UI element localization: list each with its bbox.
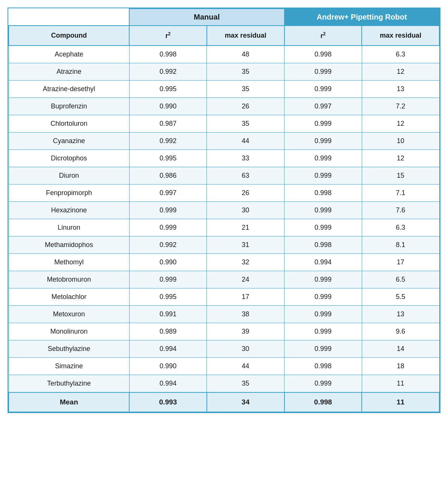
cell-maxres-robot: 11	[362, 375, 439, 393]
maxres-robot-subheader: max residual	[362, 26, 439, 46]
cell-maxres-manual: 26	[207, 185, 284, 202]
table-row: Linuron0.999210.9996.3	[9, 219, 439, 236]
cell-maxres-robot: 12	[362, 115, 439, 133]
cell-compound: Buprofenzin	[9, 98, 129, 115]
cell-maxres-robot: 15	[362, 167, 439, 185]
table-row: Sebuthylazine0.994300.99914	[9, 340, 439, 358]
cell-maxres-manual: 30	[207, 202, 284, 219]
cell-compound: Hexazinone	[9, 202, 129, 219]
cell-r2-manual: 0.999	[129, 202, 207, 219]
cell-r2-robot: 0.999	[284, 375, 362, 393]
cell-r2-robot: 0.999	[284, 306, 362, 323]
cell-maxres-manual: 35	[207, 115, 284, 133]
cell-maxres-robot: 10	[362, 133, 439, 150]
cell-maxres-robot: 13	[362, 306, 439, 323]
group-header-row: Manual Andrew+ Pipetting Robot	[9, 9, 439, 26]
cell-maxres-manual: 35	[207, 375, 284, 393]
cell-maxres-manual: 44	[207, 133, 284, 150]
cell-maxres-robot: 7.2	[362, 98, 439, 115]
cell-maxres-robot: 5.5	[362, 288, 439, 306]
cell-maxres-robot: 6.5	[362, 271, 439, 288]
cell-compound: Cyanazine	[9, 133, 129, 150]
cell-r2-manual: 0.992	[129, 236, 207, 254]
maxres-manual-subheader: max residual	[207, 26, 284, 46]
cell-maxres-manual: 31	[207, 236, 284, 254]
cell-r2-robot: 0.999	[284, 288, 362, 306]
cell-compound: Terbuthylazine	[9, 375, 129, 393]
cell-maxres-robot: 13	[362, 81, 439, 98]
cell-r2-robot: 0.994	[284, 254, 362, 271]
cell-r2-robot: 0.999	[284, 167, 362, 185]
cell-compound: Fenpropimorph	[9, 185, 129, 202]
cell-compound: Metoxuron	[9, 306, 129, 323]
cell-r2-robot: 0.999	[284, 271, 362, 288]
cell-maxres-robot: 6.3	[362, 219, 439, 236]
manual-group-header: Manual	[129, 9, 284, 26]
cell-maxres-robot: 18	[362, 358, 439, 375]
table-row: Simazine0.990440.99818	[9, 358, 439, 375]
cell-maxres-manual: 38	[207, 306, 284, 323]
cell-r2-robot: 0.999	[284, 202, 362, 219]
cell-maxres-manual: 35	[207, 81, 284, 98]
mean-r2-manual: 0.993	[129, 392, 207, 412]
mean-row: Mean0.993340.99811	[9, 392, 439, 412]
cell-compound: Atrazine	[9, 63, 129, 81]
cell-compound: Metobromuron	[9, 271, 129, 288]
table-row: Methamidophos0.992310.9988.1	[9, 236, 439, 254]
cell-maxres-robot: 17	[362, 254, 439, 271]
cell-maxres-robot: 7.6	[362, 202, 439, 219]
cell-maxres-robot: 14	[362, 340, 439, 358]
cell-r2-manual: 0.999	[129, 271, 207, 288]
cell-r2-robot: 0.998	[284, 236, 362, 254]
cell-r2-robot: 0.999	[284, 340, 362, 358]
cell-compound: Diuron	[9, 167, 129, 185]
table-row: Atrazine0.992350.99912	[9, 63, 439, 81]
cell-r2-manual: 0.999	[129, 219, 207, 236]
cell-maxres-robot: 12	[362, 150, 439, 167]
cell-compound: Linuron	[9, 219, 129, 236]
cell-maxres-manual: 35	[207, 63, 284, 81]
cell-r2-manual: 0.994	[129, 375, 207, 393]
cell-r2-manual: 0.990	[129, 254, 207, 271]
table-row: Terbuthylazine0.994350.99911	[9, 375, 439, 393]
cell-r2-manual: 0.995	[129, 288, 207, 306]
cell-r2-manual: 0.987	[129, 115, 207, 133]
cell-r2-robot: 0.998	[284, 185, 362, 202]
cell-maxres-manual: 30	[207, 340, 284, 358]
cell-maxres-manual: 33	[207, 150, 284, 167]
cell-r2-manual: 0.990	[129, 98, 207, 115]
table-row: Monolinuron0.989390.9999.6	[9, 323, 439, 340]
table-row: Cyanazine0.992440.99910	[9, 133, 439, 150]
cell-maxres-robot: 12	[362, 63, 439, 81]
table-row: Methomyl0.990320.99417	[9, 254, 439, 271]
cell-maxres-manual: 32	[207, 254, 284, 271]
cell-maxres-manual: 44	[207, 358, 284, 375]
data-table: Manual Andrew+ Pipetting Robot Compound …	[8, 8, 440, 413]
cell-r2-robot: 0.999	[284, 115, 362, 133]
table-row: Metobromuron0.999240.9996.5	[9, 271, 439, 288]
cell-compound: Sebuthylazine	[9, 340, 129, 358]
cell-maxres-robot: 7.1	[362, 185, 439, 202]
cell-r2-manual: 0.995	[129, 150, 207, 167]
mean-label: Mean	[9, 392, 129, 412]
cell-compound: Methomyl	[9, 254, 129, 271]
cell-maxres-manual: 63	[207, 167, 284, 185]
cell-r2-manual: 0.995	[129, 81, 207, 98]
cell-r2-manual: 0.992	[129, 63, 207, 81]
table-row: Buprofenzin0.990260.9977.2	[9, 98, 439, 115]
cell-r2-robot: 0.999	[284, 133, 362, 150]
cell-r2-robot: 0.997	[284, 98, 362, 115]
cell-maxres-manual: 24	[207, 271, 284, 288]
cell-maxres-manual: 48	[207, 46, 284, 63]
cell-compound: Dicrotophos	[9, 150, 129, 167]
cell-r2-manual: 0.991	[129, 306, 207, 323]
cell-r2-robot: 0.998	[284, 46, 362, 63]
cell-maxres-manual: 39	[207, 323, 284, 340]
mean-maxres-robot: 11	[362, 392, 439, 412]
cell-maxres-robot: 9.6	[362, 323, 439, 340]
cell-compound: Monolinuron	[9, 323, 129, 340]
r2-manual-subheader: r2	[129, 26, 207, 46]
table-body: Acephate0.998480.9986.3Atrazine0.992350.…	[9, 46, 439, 412]
cell-r2-manual: 0.990	[129, 358, 207, 375]
cell-compound: Chlortoluron	[9, 115, 129, 133]
